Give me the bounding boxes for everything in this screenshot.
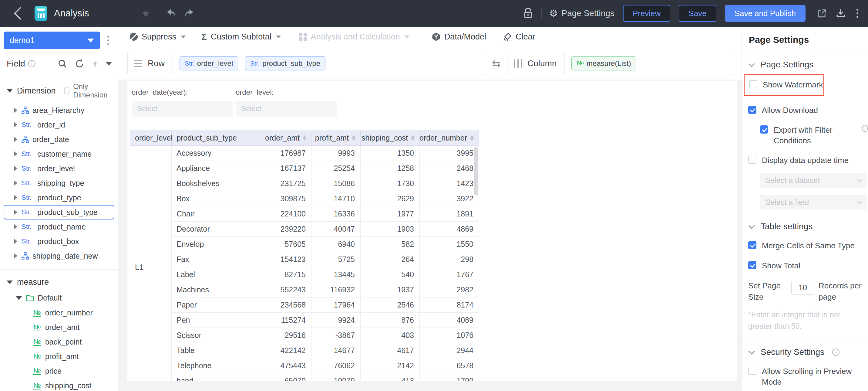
data-model-button[interactable]: Data/Model bbox=[432, 32, 486, 41]
show-total-checkbox[interactable] bbox=[748, 261, 756, 269]
expand-caret-icon[interactable] bbox=[14, 166, 17, 171]
show-watermark-option[interactable]: Show Watermark bbox=[745, 80, 824, 90]
dimension-item[interactable]: Str. order_id bbox=[4, 117, 114, 132]
expand-caret-icon[interactable] bbox=[14, 253, 17, 259]
measure-item[interactable]: № order_amt bbox=[4, 320, 114, 335]
sort-icon[interactable] bbox=[411, 135, 414, 141]
table-row[interactable]: Scissor 29516 -3867 403 1076 bbox=[172, 328, 479, 343]
measure-folder[interactable]: Default bbox=[0, 290, 118, 305]
measure-item[interactable]: № back_point bbox=[4, 335, 114, 349]
measure-item[interactable]: № shipping_cost bbox=[4, 378, 114, 391]
dimension-item[interactable]: Str. product_name bbox=[4, 220, 114, 234]
dataset-select[interactable]: Select a dataset bbox=[760, 173, 867, 188]
dimension-item[interactable]: Str. product_box bbox=[4, 234, 114, 249]
save-button[interactable]: Save bbox=[679, 5, 716, 22]
display-update-time-checkbox[interactable] bbox=[748, 156, 756, 164]
dimension-item[interactable]: Str. order_date bbox=[4, 132, 114, 147]
expand-caret-icon[interactable] bbox=[14, 210, 17, 215]
table-header-cell[interactable]: order_amt bbox=[264, 130, 311, 145]
sort-icon[interactable] bbox=[303, 135, 306, 141]
allow-download-option[interactable]: Allow Download bbox=[742, 105, 868, 116]
display-update-time-option[interactable]: Display data update time bbox=[742, 155, 868, 166]
expand-caret-icon[interactable] bbox=[14, 151, 17, 157]
expand-caret-icon[interactable] bbox=[14, 180, 17, 186]
filter-select[interactable]: Select bbox=[236, 101, 337, 117]
dataset-more-icon[interactable] bbox=[105, 34, 111, 47]
measure-caret-icon[interactable] bbox=[7, 280, 13, 284]
more-menu-icon[interactable] bbox=[855, 7, 860, 20]
table-row[interactable]: Box 309875 14710 2629 3922 bbox=[172, 191, 479, 206]
table-row[interactable]: Label 82715 13445 540 1767 bbox=[172, 267, 479, 282]
table-header-cell[interactable]: shipping_cost bbox=[361, 130, 420, 145]
table-row[interactable]: Machines 552243 116932 1937 2982 bbox=[172, 282, 479, 298]
analysis-calculation-button[interactable]: Analysis and Calculation bbox=[299, 32, 409, 41]
folder-caret-icon[interactable] bbox=[16, 296, 22, 300]
show-total-option[interactable]: Show Total bbox=[742, 260, 868, 271]
allow-download-checkbox[interactable] bbox=[748, 106, 756, 114]
expand-caret-icon[interactable] bbox=[14, 195, 17, 200]
measure-item[interactable]: № price bbox=[4, 364, 114, 378]
security-checkbox[interactable] bbox=[748, 367, 756, 375]
dataset-selector[interactable]: demo1 bbox=[4, 32, 100, 49]
lock-icon[interactable] bbox=[522, 7, 534, 20]
measure-item[interactable]: № profit_amt bbox=[4, 349, 114, 364]
download-icon[interactable] bbox=[835, 7, 847, 20]
table-scrollbar-thumb[interactable] bbox=[474, 147, 478, 196]
only-dimension-checkbox[interactable] bbox=[64, 87, 70, 94]
dimension-item[interactable]: Str. customer_name bbox=[4, 147, 114, 161]
merge-cells-option[interactable]: Merge Cells of Same Type bbox=[742, 241, 868, 251]
expand-caret-icon[interactable] bbox=[14, 224, 17, 229]
field-select[interactable]: Select a field bbox=[760, 195, 867, 210]
table-row[interactable]: Appliance 167137 25254 1258 2468 bbox=[172, 161, 479, 176]
custom-subtotal-button[interactable]: Σ Custom Subtotal bbox=[202, 32, 281, 42]
field-chip[interactable]: Str. order_level bbox=[180, 56, 238, 71]
export-with-filter-checkbox[interactable] bbox=[760, 125, 768, 134]
dimension-caret-icon[interactable] bbox=[7, 89, 13, 92]
preview-button[interactable]: Preview bbox=[623, 5, 670, 22]
expand-caret-icon[interactable] bbox=[14, 122, 17, 128]
save-and-publish-button[interactable]: Save and Publish bbox=[725, 5, 806, 22]
suppress-button[interactable]: Suppress bbox=[130, 32, 186, 41]
field-chip[interactable]: Str. product_sub_type bbox=[245, 56, 326, 71]
measure-item[interactable]: № order_number bbox=[4, 305, 114, 320]
expand-caret-icon[interactable] bbox=[14, 108, 17, 113]
swap-axes-icon[interactable]: ⇆ bbox=[485, 57, 507, 69]
page-settings-button[interactable]: ⚙ Page Settings bbox=[549, 7, 615, 19]
table-row[interactable]: Table 422142 -14677 4617 2944 bbox=[172, 343, 479, 358]
table-header-cell[interactable]: profit_amt bbox=[311, 130, 361, 145]
dimension-item[interactable]: Str. order_level bbox=[4, 161, 114, 176]
filter-select[interactable]: Select bbox=[132, 101, 232, 117]
table-row[interactable]: Envelop 57605 6940 582 1550 bbox=[172, 237, 479, 252]
redo-icon[interactable] bbox=[183, 7, 195, 20]
refresh-icon[interactable] bbox=[75, 59, 84, 68]
section-security-settings[interactable]: Security Settings i bbox=[742, 339, 868, 357]
share-external-link-icon[interactable] bbox=[816, 7, 828, 20]
table-row[interactable]: Pen 115274 9924 876 4089 bbox=[172, 313, 479, 328]
clear-button[interactable]: Clear bbox=[503, 32, 535, 41]
table-row[interactable]: Telephone 475443 76062 2142 6578 bbox=[172, 358, 479, 373]
back-icon[interactable] bbox=[14, 7, 27, 20]
section-page-settings[interactable]: Page Settings bbox=[742, 52, 868, 69]
collapse-caret-icon[interactable] bbox=[106, 62, 112, 65]
sort-icon[interactable] bbox=[470, 135, 474, 141]
table-row[interactable]: Chair 224100 16336 1977 1891 bbox=[172, 206, 479, 222]
sort-icon[interactable] bbox=[352, 135, 355, 141]
security-option[interactable]: Allow Scrolling in Preview Mode bbox=[742, 366, 868, 387]
expand-caret-icon[interactable] bbox=[14, 239, 17, 244]
undo-icon[interactable] bbox=[165, 7, 178, 20]
table-header-cell[interactable]: order_number bbox=[420, 130, 479, 145]
dimension-item[interactable]: Str. shipping_date_new bbox=[4, 249, 114, 263]
dimension-item[interactable]: Str. shipping_type bbox=[4, 176, 114, 190]
table-row[interactable]: band 65070 10070 413 1700 bbox=[172, 373, 479, 381]
table-row[interactable]: Fax 154123 5725 264 298 bbox=[172, 252, 479, 267]
field-chip[interactable]: № measure(List) bbox=[571, 56, 636, 71]
section-table-settings[interactable]: Table settings bbox=[742, 210, 868, 231]
export-with-filter-option[interactable]: Export with Filter Conditions i bbox=[742, 125, 868, 146]
table-row[interactable]: Paper 234568 17964 2546 8174 bbox=[172, 298, 479, 313]
dimension-item[interactable]: Str. area_Hierarchy bbox=[4, 103, 114, 117]
table-row[interactable]: Bookshelves 231725 15086 1730 1423 bbox=[172, 176, 479, 191]
table-row[interactable]: Accessory 176987 9993 1350 3995 bbox=[172, 146, 479, 161]
merge-cells-checkbox[interactable] bbox=[748, 241, 756, 249]
dimension-item[interactable]: Str. product_sub_type bbox=[4, 205, 114, 220]
search-icon[interactable] bbox=[58, 59, 67, 68]
